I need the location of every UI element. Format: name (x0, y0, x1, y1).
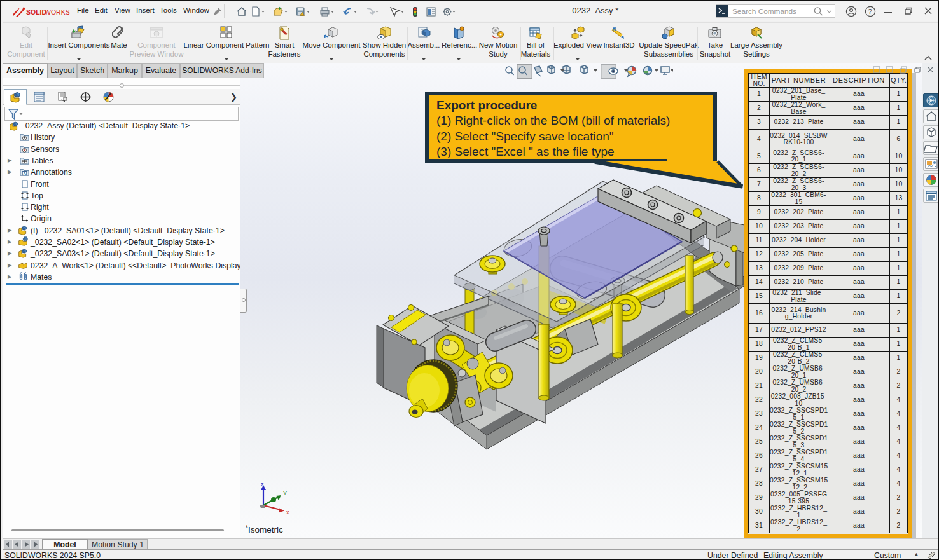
svg-text:SOLID: SOLID (26, 8, 47, 16)
svg-text:A: A (23, 171, 26, 175)
svg-text:z: z (261, 481, 264, 488)
svg-text:WORKS: WORKS (45, 8, 70, 16)
svg-text:x: x (286, 509, 289, 516)
svg-text:Y: Y (283, 490, 287, 496)
svg-text:?: ? (868, 8, 872, 15)
